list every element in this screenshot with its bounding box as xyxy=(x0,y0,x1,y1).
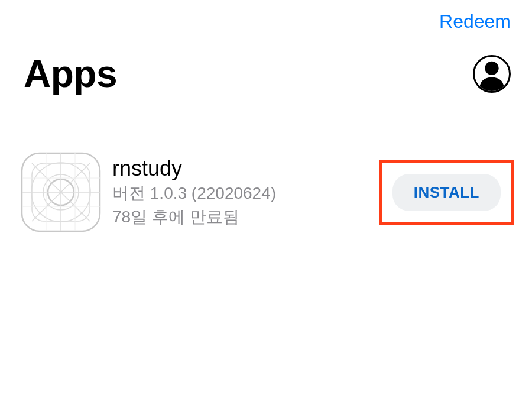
app-list-item: rnstudy 버전 1.0.3 (22020624) 78일 후에 만료됨 I… xyxy=(20,151,514,233)
app-icon-placeholder xyxy=(20,151,102,233)
app-expiry: 78일 후에 만료됨 xyxy=(112,206,379,228)
page-title: Apps xyxy=(24,52,117,96)
person-icon xyxy=(475,57,509,91)
app-version: 버전 1.0.3 (22020624) xyxy=(112,182,379,205)
svg-point-0 xyxy=(485,62,498,75)
app-info: rnstudy 버전 1.0.3 (22020624) 78일 후에 만료됨 xyxy=(112,156,379,228)
app-name: rnstudy xyxy=(112,156,379,181)
install-button[interactable]: INSTALL xyxy=(392,174,501,211)
install-highlight-box: INSTALL xyxy=(379,160,514,225)
redeem-link[interactable]: Redeem xyxy=(439,11,511,33)
header-row: Apps xyxy=(24,52,511,96)
profile-avatar[interactable] xyxy=(473,55,511,93)
